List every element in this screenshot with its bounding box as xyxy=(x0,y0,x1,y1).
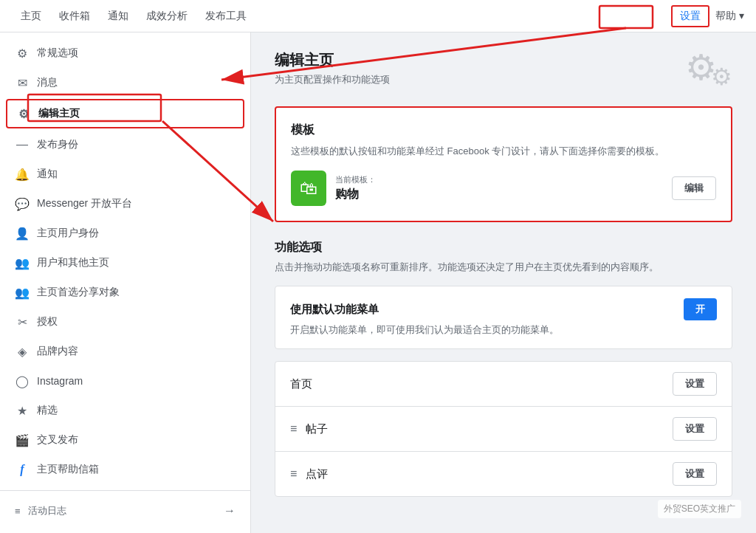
nav-item-inbox[interactable]: 收件箱 xyxy=(50,1,99,32)
features-section-title: 功能选项 xyxy=(275,240,732,255)
envelope-icon: ✉ xyxy=(15,75,30,90)
menu-item-reviews: ≡ 点评 设置 xyxy=(275,452,732,496)
sidebar-item-featured[interactable]: 👥 主页首选分享对象 xyxy=(0,278,250,307)
bell-icon: 🔔 xyxy=(15,167,30,182)
list-icon: ≡ xyxy=(15,506,21,517)
sidebar-item-publish-identity[interactable]: — 发布身份 xyxy=(0,130,250,159)
sidebar-item-messages[interactable]: ✉ 消息 xyxy=(0,68,250,97)
template-card: 模板 这些模板的默认按钮和功能菜单经过 Facebook 专门设计，请从下面选择… xyxy=(275,106,732,222)
star-icon: ★ xyxy=(15,403,30,418)
small-gear-icon: ⚙ xyxy=(711,65,732,89)
share-icon: 👥 xyxy=(15,285,30,300)
template-row: 🛍 当前模板： 购物 编辑 xyxy=(291,171,716,206)
top-nav: 主页 收件箱 通知 成效分析 发布工具 设置 帮助 ▾ xyxy=(0,0,756,32)
messenger-icon: 💬 xyxy=(15,196,30,211)
sidebar-item-instagram[interactable]: ◯ Instagram xyxy=(0,366,250,396)
main-content: 编辑主页 为主页配置操作和功能选项 ⚙ ⚙ 模板 这些模板的默认按钮和功能菜单经… xyxy=(251,32,756,533)
menu-item-posts-label: 帖子 xyxy=(306,422,664,436)
default-menu-row: 使用默认功能菜单 开 开启默认功能菜单，即可使用我们认为最适合主页的功能菜单。 xyxy=(275,286,732,349)
menu-items-section: 首页 设置 ≡ 帖子 设置 ≡ 点评 设置 xyxy=(275,361,732,497)
sidebar-item-other-pages[interactable]: 👥 用户和其他主页 xyxy=(0,248,250,278)
menu-item-home-settings-button[interactable]: 设置 xyxy=(673,372,717,396)
default-menu-desc: 开启默认功能菜单，即可使用我们认为最适合主页的功能菜单。 xyxy=(290,323,717,337)
page-subtitle: 为主页配置操作和功能选项 xyxy=(275,73,390,86)
menu-item-posts: ≡ 帖子 设置 xyxy=(275,407,732,452)
drag-handle-posts[interactable]: ≡ xyxy=(290,422,297,436)
sidebar-item-general[interactable]: ⚙ 常规选项 xyxy=(0,38,250,68)
template-current-label: 当前模板： xyxy=(335,174,663,185)
dash-icon: — xyxy=(15,137,30,152)
features-section-desc: 点击并拖动功能选项名称可重新排序。功能选项还决定了用户在主页优先看到的内容顺序。 xyxy=(275,260,732,275)
sidebar-item-page-roles[interactable]: 👤 主页用户身份 xyxy=(0,219,250,248)
template-card-desc: 这些模板的默认按钮和功能菜单经过 Facebook 专门设计，请从下面选择你需要… xyxy=(291,144,716,159)
facebook-icon: f xyxy=(15,462,30,477)
menu-item-reviews-label: 点评 xyxy=(306,467,664,481)
sidebar-item-messenger[interactable]: 💬 Messenger 开放平台 xyxy=(0,189,250,219)
sidebar-item-featured-items[interactable]: ★ 精选 xyxy=(0,396,250,425)
sidebar-item-edit-page[interactable]: ⚙ 编辑主页 xyxy=(6,99,244,128)
default-menu-toggle[interactable]: 开 xyxy=(684,298,717,320)
sidebar-item-brand[interactable]: ◈ 品牌内容 xyxy=(0,337,250,366)
menu-item-posts-settings-button[interactable]: 设置 xyxy=(673,417,717,441)
forward-arrow-icon: → xyxy=(224,504,236,517)
gear-decoration: ⚙ ⚙ xyxy=(685,50,732,89)
nav-item-notifications[interactable]: 通知 xyxy=(99,1,137,32)
menu-item-home: 首页 设置 xyxy=(275,362,732,407)
instagram-icon: ◯ xyxy=(15,374,30,388)
menu-item-home-label: 首页 xyxy=(290,377,664,391)
scissors-icon: ✂ xyxy=(15,314,30,329)
nav-item-publish[interactable]: 发布工具 xyxy=(196,1,255,32)
nav-help[interactable]: 帮助 ▾ xyxy=(715,10,744,23)
sidebar-item-crosspost[interactable]: 🎬 交叉发布 xyxy=(0,425,250,455)
settings-icon: ⚙ xyxy=(16,106,31,121)
person-icon: 👤 xyxy=(15,226,30,241)
template-icon-box: 🛍 xyxy=(291,171,326,206)
default-menu-title: 使用默认功能菜单 xyxy=(290,303,379,317)
sidebar: ⚙ 常规选项 ✉ 消息 ⚙ 编辑主页 — 发布身份 🔔 通知 💬 Messeng… xyxy=(0,32,251,533)
page-header: 编辑主页 为主页配置操作和功能选项 ⚙ ⚙ xyxy=(275,50,732,89)
menu-item-reviews-settings-button[interactable]: 设置 xyxy=(673,462,717,486)
gear-icon: ⚙ xyxy=(15,46,30,61)
sidebar-item-support[interactable]: f 主页帮助信箱 xyxy=(0,455,250,484)
shopping-bag-icon: 🛍 xyxy=(300,178,317,199)
nav-settings[interactable]: 设置 xyxy=(671,5,709,27)
video-icon: 🎬 xyxy=(15,433,30,447)
nav-item-analytics[interactable]: 成效分析 xyxy=(137,1,196,32)
nav-item-home[interactable]: 主页 xyxy=(12,1,50,32)
page-title: 编辑主页 xyxy=(275,50,390,70)
template-card-title: 模板 xyxy=(291,123,716,138)
sidebar-item-permissions[interactable]: ✂ 授权 xyxy=(0,307,250,337)
group-icon: 👥 xyxy=(15,255,30,270)
drag-handle-reviews[interactable]: ≡ xyxy=(290,467,297,481)
sidebar-item-notifications[interactable]: 🔔 通知 xyxy=(0,159,250,189)
watermark: 外贸SEO英文推广 xyxy=(658,500,741,518)
template-edit-button[interactable]: 编辑 xyxy=(672,176,716,200)
template-current-name: 购物 xyxy=(335,187,663,202)
brand-icon: ◈ xyxy=(15,344,30,359)
sidebar-footer-activity[interactable]: ≡ 活动日志 → xyxy=(0,497,250,525)
